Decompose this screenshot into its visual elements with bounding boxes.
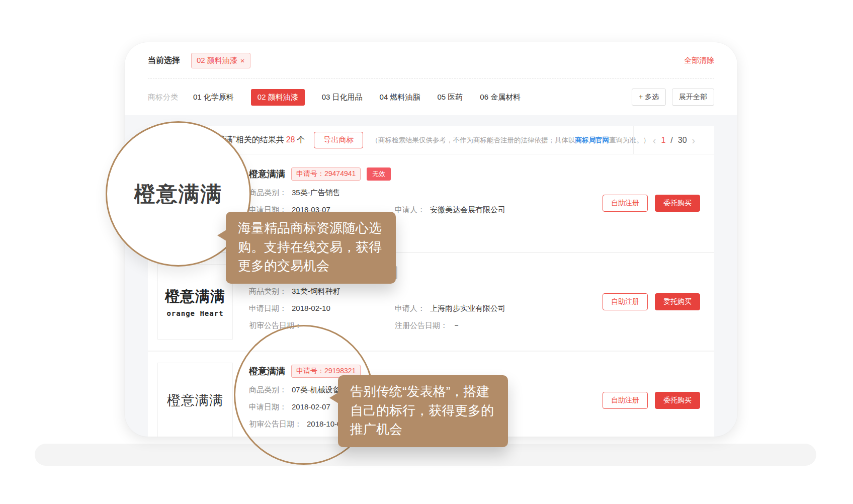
category-item-04[interactable]: 04 燃料油脂 bbox=[380, 93, 420, 102]
marketing-tooltip-promote: 告别传统“发表格”，搭建自己的标行，获得更多的推广机会 bbox=[338, 375, 508, 447]
category-list: 01 化学原料 02 颜料油漆 03 日化用品 04 燃料油脂 05 医药 06… bbox=[193, 89, 521, 106]
selected-filter-tag-label: 02 颜料油漆 bbox=[197, 56, 237, 65]
entrust-buy-button[interactable]: 委托购买 bbox=[655, 392, 700, 409]
first-publish-label: 初审公告日期： bbox=[249, 321, 302, 330]
apply-date-value: 2018-02-07 bbox=[292, 402, 330, 412]
results-summary-suffix: 个 bbox=[297, 135, 305, 144]
chevron-left-icon[interactable]: ‹ bbox=[653, 135, 656, 145]
trademark-image-text: 橙意满满 bbox=[165, 287, 225, 307]
current-selection-row: 当前选择 02 颜料油漆 × 全部清除 bbox=[148, 42, 714, 78]
filter-header: 当前选择 02 颜料油漆 × 全部清除 商标分类 01 化学原料 02 颜料油漆… bbox=[125, 42, 737, 115]
first-publish-value: － bbox=[307, 321, 314, 330]
close-icon[interactable]: × bbox=[240, 56, 245, 65]
self-register-button[interactable]: 自助注册 bbox=[603, 195, 648, 212]
pagination-total: 30 bbox=[678, 136, 687, 145]
results-count: 28 bbox=[286, 135, 295, 144]
apply-date-label: 申请日期： bbox=[249, 304, 287, 313]
category-value: 31类-饲料种籽 bbox=[292, 287, 340, 296]
magnified-trademark-text: 橙意满满 bbox=[134, 180, 223, 208]
pagination-separator: / bbox=[670, 136, 672, 145]
clear-all-link[interactable]: 全部清除 bbox=[684, 56, 714, 65]
category-value: 35类-广告销售 bbox=[292, 188, 340, 198]
reg-publish-value: － bbox=[453, 321, 460, 330]
category-row: 商标分类 01 化学原料 02 颜料油漆 03 日化用品 04 燃料油脂 05 … bbox=[148, 79, 714, 115]
status-badge: 无效 bbox=[367, 167, 391, 181]
application-number-label: 申请号： bbox=[296, 367, 324, 375]
applicant-label: 申请人： bbox=[395, 304, 425, 313]
current-selection-label: 当前选择 bbox=[148, 55, 180, 66]
category-item-05[interactable]: 05 医药 bbox=[437, 93, 463, 102]
self-register-button[interactable]: 自助注册 bbox=[603, 392, 648, 409]
category-label: 商品类别： bbox=[249, 287, 287, 296]
trademark-image-subtext: orange Heart bbox=[166, 309, 223, 317]
trademark-image-text: 橙意满满 bbox=[167, 391, 223, 409]
application-number-value: 29198321 bbox=[324, 367, 356, 375]
applicant-value: 安徽美达会展有限公司 bbox=[430, 205, 505, 215]
application-number-label: 申请号： bbox=[296, 170, 324, 178]
pagination: ‹ 1 / 30 › bbox=[633, 126, 714, 154]
self-register-button[interactable]: 自助注册 bbox=[603, 293, 648, 310]
entrust-buy-button[interactable]: 委托购买 bbox=[655, 293, 700, 310]
chevron-right-icon[interactable]: › bbox=[692, 135, 696, 145]
apply-date-label: 申请日期： bbox=[249, 402, 287, 412]
first-publish-label: 初审公告日期： bbox=[249, 419, 302, 429]
application-number-value: 29474941 bbox=[324, 170, 356, 178]
pagination-current: 1 bbox=[661, 136, 665, 145]
category-label: 商品类别： bbox=[249, 385, 287, 395]
marketing-tooltip-trade: 海量精品商标资源随心选购。支持在线交易，获得更多的交易机会 bbox=[226, 212, 396, 284]
results-disclaimer: （商标检索结果仅供参考，不作为商标能否注册的法律依据；具体以商标局官网查询为准。… bbox=[371, 136, 650, 145]
category-item-06[interactable]: 06 金属材料 bbox=[480, 93, 521, 102]
expand-all-button[interactable]: 展开全部 bbox=[672, 89, 714, 106]
application-number-tag: 申请号：29474941 bbox=[291, 167, 361, 181]
trademark-image: 橙意满满 bbox=[157, 363, 233, 437]
entrust-buy-button[interactable]: 委托购买 bbox=[655, 195, 700, 212]
applicant-value: 上海雨步实业有限公司 bbox=[430, 304, 505, 313]
export-trademark-button[interactable]: 导出商标 bbox=[314, 132, 363, 148]
trademark-office-link[interactable]: 商标局官网 bbox=[575, 136, 609, 144]
trademark-name: 橙意满满 bbox=[249, 365, 285, 377]
apply-date-value: 2018-02-10 bbox=[292, 304, 330, 313]
category-item-02-active[interactable]: 02 颜料油漆 bbox=[251, 89, 305, 106]
reg-publish-label: 注册公告日期： bbox=[395, 321, 448, 330]
category-item-03[interactable]: 03 日化用品 bbox=[322, 93, 363, 102]
category-item-01[interactable]: 01 化学原料 bbox=[193, 93, 234, 102]
selected-filter-tag[interactable]: 02 颜料油漆 × bbox=[191, 53, 250, 68]
category-label: 商品类别： bbox=[249, 188, 287, 198]
disclaimer-pre: （商标检索结果仅供参考，不作为商标能否注册的法律依据；具体以 bbox=[371, 136, 575, 144]
trademark-name: 橙意满满 bbox=[249, 168, 285, 180]
trademark-image: 橙意满满 orange Heart bbox=[157, 264, 233, 340]
multi-select-button[interactable]: + 多选 bbox=[632, 89, 666, 106]
category-row-label: 商标分类 bbox=[148, 93, 178, 102]
applicant-label: 申请人： bbox=[395, 205, 425, 215]
